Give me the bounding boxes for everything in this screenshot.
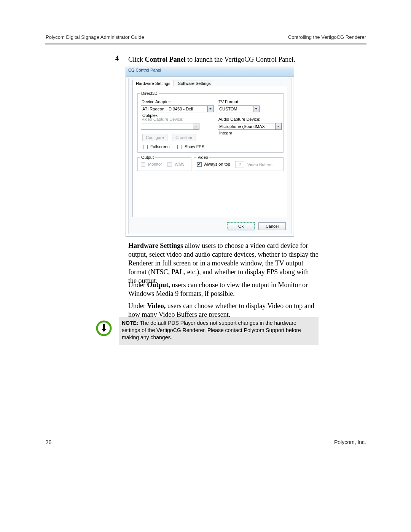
step-pre: Click — [128, 56, 145, 63]
checkbox-icon — [197, 162, 202, 167]
note-icon — [96, 320, 112, 336]
cg-control-panel-dialog: CG Control Panel Hardware Settings Softw… — [126, 67, 294, 237]
header-left: Polycom Digital Signage Administrator Gu… — [46, 34, 144, 40]
header-rule — [45, 43, 366, 45]
video-buffers-count: 2 — [235, 161, 244, 168]
group-video: Video Always on top 2 Video Buffers — [194, 155, 284, 171]
note-label: NOTE: — [122, 320, 139, 326]
group-video-legend: Video — [196, 155, 209, 160]
paragraph-video: Under Video, users can choose whether to… — [128, 302, 319, 319]
tab-panel: Direct3D Device Adapter: ATI Radeon HD 3… — [132, 87, 287, 217]
tv-format-value: CUSTOM — [219, 107, 237, 111]
tab-software-settings[interactable]: Software Settings — [175, 80, 214, 86]
tab-hardware-settings[interactable]: Hardware Settings — [132, 80, 174, 86]
fullscreen-checkbox[interactable]: Fullscreen — [143, 144, 170, 149]
audio-capture-label: Audio Capture Device: — [218, 117, 260, 121]
para2-pre: Under — [128, 281, 147, 289]
wm9-label: WM9 — [175, 162, 185, 166]
para2-bold: Output, — [147, 281, 170, 289]
configure-button: Configure — [142, 134, 167, 141]
device-adapter-value: ATI Radeon HD 3450 - Dell Optiplex — [142, 107, 193, 118]
page-header: Polycom Digital Signage Administrator Gu… — [46, 34, 366, 40]
wm9-checkbox: WM9 — [167, 162, 185, 167]
page: Polycom Digital Signage Administrator Gu… — [0, 0, 411, 532]
dialog-tabs: Hardware Settings Software Settings — [132, 80, 214, 87]
step-bold: Control Panel — [145, 56, 186, 63]
audio-capture-select[interactable]: Microphone (SoundMAX Integra — [218, 123, 282, 130]
note-callout: NOTE: The default PDS Player does not su… — [96, 317, 319, 345]
device-adapter-label: Device Adapter: — [142, 99, 171, 104]
monitor-checkbox: Monitor — [141, 162, 162, 167]
step-post: to launch the VertigoCG Control Panel. — [186, 56, 295, 63]
audio-capture-value: Microphone (SoundMAX Integra — [219, 124, 265, 135]
device-adapter-select[interactable]: ATI Radeon HD 3450 - Dell Optiplex — [141, 105, 214, 112]
footer-page: 26 — [46, 439, 51, 446]
show-fps-label: Show FPS — [185, 144, 204, 149]
chevron-down-icon — [207, 106, 213, 112]
chevron-down-icon — [193, 123, 199, 129]
paragraph-hardware-settings: Hardware Settings allow users to choose … — [128, 241, 319, 285]
show-fps-checkbox[interactable]: Show FPS — [177, 144, 204, 149]
chevron-down-icon — [275, 123, 281, 129]
crossbar-button: Crossbar — [172, 134, 196, 141]
group-output-legend: Output — [140, 155, 155, 160]
page-footer: 26 Polycom, Inc. — [46, 439, 366, 446]
para3-pre: Under — [128, 302, 147, 310]
step-number: 4 — [115, 54, 119, 62]
para1-bold: Hardware Settings — [128, 242, 183, 249]
video-buffers-label: Video Buffers — [247, 162, 272, 167]
cancel-button[interactable]: Cancel — [258, 222, 286, 230]
footer-company: Polycom, Inc. — [334, 439, 366, 445]
chevron-down-icon — [253, 106, 259, 112]
step-text: Click Control Panel to launch the Vertig… — [128, 55, 295, 64]
always-on-top-label: Always on top — [204, 162, 230, 166]
always-on-top-checkbox[interactable]: Always on top — [197, 162, 230, 167]
monitor-label: Monitor — [148, 162, 162, 166]
video-capture-select — [141, 123, 199, 130]
video-capture-label: Video Capture Device: — [142, 117, 183, 121]
checkbox-icon — [143, 145, 148, 149]
checkbox-icon — [177, 145, 182, 149]
tv-format-select[interactable]: CUSTOM — [218, 105, 260, 112]
para3-bold: Video, — [147, 302, 166, 310]
note-body: The default PDS Player does not support … — [122, 320, 301, 340]
dialog-titlebar[interactable]: CG Control Panel — [126, 67, 294, 77]
ok-button[interactable]: Ok — [227, 222, 255, 230]
tv-format-label: TV Format: — [218, 99, 239, 104]
fullscreen-label: Fullscreen — [150, 144, 170, 149]
dialog-client: Hardware Settings Software Settings Dire… — [128, 78, 292, 234]
header-right: Controlling the VertigoCG Renderer — [288, 34, 366, 40]
note-box: NOTE: The default PDS Player does not su… — [119, 317, 319, 345]
group-direct3d: Direct3D Device Adapter: ATI Radeon HD 3… — [137, 91, 284, 153]
group-output: Output Monitor WM9 — [137, 155, 191, 171]
dialog-title: CG Control Panel — [128, 68, 161, 72]
checkbox-icon — [141, 162, 145, 167]
paragraph-output: Under Output, users can choose to view t… — [128, 281, 319, 298]
checkbox-icon — [167, 162, 172, 167]
group-direct3d-legend: Direct3D — [140, 91, 159, 96]
